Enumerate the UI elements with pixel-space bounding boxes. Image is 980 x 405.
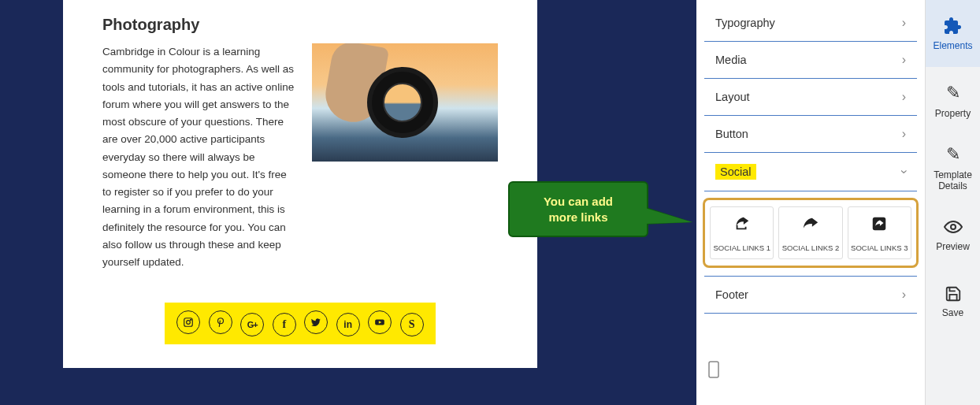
eye-icon <box>944 217 963 236</box>
svg-point-1 <box>187 321 191 325</box>
social-links-3-tile[interactable]: SOCIAL LINKS 3 <box>848 206 911 259</box>
svg-point-3 <box>217 318 223 324</box>
social-links-1-tile[interactable]: SOCIAL LINKS 1 <box>710 206 774 259</box>
svg-point-7 <box>951 225 956 229</box>
tool-label: Save <box>942 307 963 318</box>
tool-save[interactable]: Save <box>926 268 980 335</box>
tile-label: SOCIAL LINKS 3 <box>851 243 908 252</box>
canvas-area: Photography Cambridge in Colour is a lea… <box>0 0 696 405</box>
youtube-icon[interactable] <box>368 310 392 334</box>
panel-label: Button <box>715 128 748 140</box>
skype-icon[interactable]: S <box>400 313 424 336</box>
pencil-icon: ✎ <box>946 144 960 165</box>
elements-panel: Typography › Media › Layout › Button › S… <box>696 0 925 405</box>
tool-label: Elements <box>933 40 972 51</box>
content-heading: Photography <box>102 16 498 34</box>
device-preview-icon[interactable] <box>707 361 914 378</box>
panel-label: Media <box>715 54 747 66</box>
chevron-right-icon: › <box>902 127 906 141</box>
tool-property[interactable]: ✎ Property <box>926 67 980 134</box>
chevron-right-icon: › <box>902 90 906 104</box>
tile-label: SOCIAL LINKS 2 <box>782 243 840 252</box>
annotation-callout: You can add more links <box>508 181 648 237</box>
social-icons-row: G+ f in S <box>102 303 498 344</box>
panel-label: Layout <box>715 91 750 103</box>
svg-point-2 <box>191 320 191 321</box>
save-icon <box>945 285 962 303</box>
content-image <box>312 43 498 162</box>
googleplus-icon[interactable]: G+ <box>240 313 264 336</box>
pinterest-icon[interactable] <box>209 310 232 334</box>
panel-label: Typography <box>715 17 775 29</box>
pencil-icon: ✎ <box>946 83 960 103</box>
panel-section-button[interactable]: Button › <box>704 116 917 153</box>
panel-section-typography[interactable]: Typography › <box>704 5 917 42</box>
tool-label: Template Details <box>929 169 977 191</box>
svg-rect-6 <box>709 362 718 377</box>
tool-template-details[interactable]: ✎ Template Details <box>926 134 980 201</box>
right-toolbar: Elements ✎ Property ✎ Template Details P… <box>925 0 980 405</box>
tool-elements[interactable]: Elements <box>926 0 980 67</box>
callout-line2: more links <box>518 210 639 225</box>
tool-preview[interactable]: Preview <box>926 201 980 268</box>
tool-label: Preview <box>936 241 970 252</box>
social-tiles-container: SOCIAL LINKS 1 SOCIAL LINKS 2 SOCIAL LIN… <box>703 198 919 268</box>
chevron-right-icon: › <box>902 16 906 30</box>
content-body: Cambridge in Colour is a learning commun… <box>102 43 498 271</box>
panel-label: Social <box>720 165 752 178</box>
social-links-2-tile[interactable]: SOCIAL LINKS 2 <box>778 206 842 259</box>
panel-label: Footer <box>715 288 748 301</box>
facebook-icon[interactable]: f <box>273 313 296 336</box>
share-box-icon <box>711 215 773 237</box>
tool-label: Property <box>935 108 971 119</box>
panel-section-layout[interactable]: Layout › <box>704 79 917 116</box>
share-arrow-icon <box>779 215 841 237</box>
content-paragraph: Cambridge in Colour is a learning commun… <box>102 43 298 271</box>
linkedin-icon[interactable]: in <box>336 313 360 336</box>
chevron-right-icon: › <box>902 53 906 67</box>
chevron-right-icon: › <box>902 288 906 302</box>
chevron-down-icon: › <box>896 169 911 173</box>
callout-line1: You can add <box>518 194 639 210</box>
share-square-icon <box>848 215 911 237</box>
panel-section-social[interactable]: Social › <box>704 153 917 191</box>
panel-section-footer[interactable]: Footer › <box>704 276 917 314</box>
callout-arrow-icon <box>645 208 692 224</box>
tile-label: SOCIAL LINKS 1 <box>713 243 770 252</box>
panel-section-media[interactable]: Media › <box>704 42 917 79</box>
social-icons-highlight: G+ f in S <box>165 303 435 344</box>
content-card: Photography Cambridge in Colour is a lea… <box>63 0 537 368</box>
instagram-icon[interactable] <box>176 310 200 334</box>
puzzle-icon <box>944 17 963 35</box>
twitter-icon[interactable] <box>304 310 328 334</box>
